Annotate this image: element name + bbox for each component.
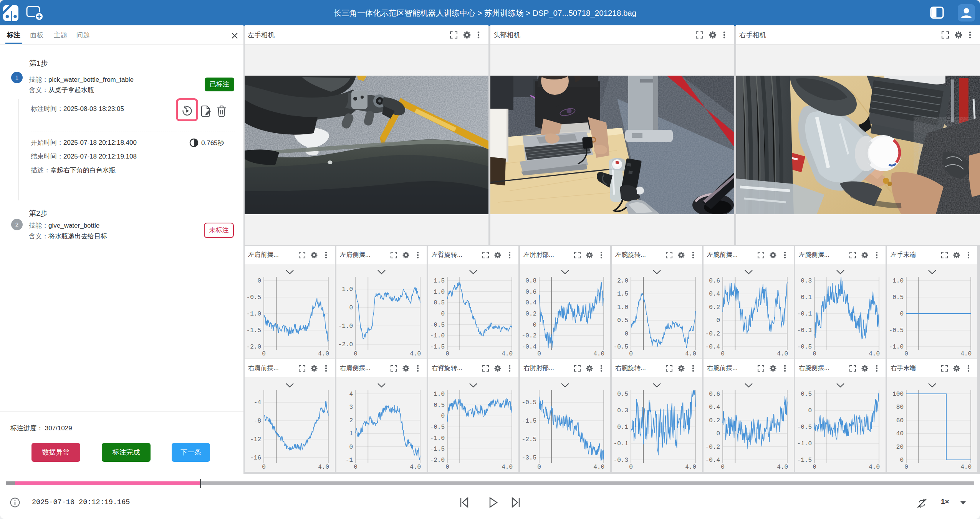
svg-text:-1.5: -1.5 — [797, 457, 812, 464]
svg-text:0.4: 0.4 — [709, 291, 720, 298]
svg-text:0: 0 — [445, 350, 449, 357]
svg-text:0.1: 0.1 — [617, 424, 628, 431]
svg-text:0: 0 — [900, 457, 904, 464]
svg-text:-0.5: -0.5 — [614, 344, 628, 350]
svg-text:-4: -4 — [254, 399, 261, 406]
svg-text:4.0: 4.0 — [410, 350, 421, 357]
svg-text:0.4: 0.4 — [709, 404, 720, 411]
svg-text:0: 0 — [721, 464, 725, 471]
svg-text:-1.5: -1.5 — [430, 446, 445, 453]
svg-text:-0.3: -0.3 — [614, 457, 628, 464]
svg-text:0: 0 — [900, 311, 904, 317]
svg-text:4.0: 4.0 — [777, 464, 788, 471]
svg-text:0: 0 — [721, 350, 725, 357]
svg-text:-8: -8 — [254, 418, 261, 425]
svg-text:0.5: 0.5 — [434, 299, 445, 306]
svg-text:-0.5: -0.5 — [522, 399, 536, 406]
svg-text:0: 0 — [445, 464, 449, 471]
svg-text:0.3: 0.3 — [617, 407, 628, 414]
svg-text:3: 3 — [349, 404, 353, 411]
svg-text:0: 0 — [629, 464, 633, 471]
svg-text:0: 0 — [537, 464, 541, 471]
svg-text:1.0: 1.0 — [892, 278, 904, 284]
svg-text:-1.0: -1.0 — [247, 311, 261, 317]
svg-text:-0.5: -0.5 — [247, 294, 261, 301]
svg-text:0: 0 — [629, 350, 633, 357]
svg-text:0.6: 0.6 — [709, 391, 720, 398]
svg-text:1.0: 1.0 — [434, 289, 445, 296]
svg-text:4.0: 4.0 — [777, 350, 788, 357]
svg-text:0: 0 — [537, 350, 541, 357]
svg-text:1.0: 1.0 — [434, 391, 445, 398]
svg-text:-0.5: -0.5 — [889, 327, 904, 334]
svg-text:0: 0 — [533, 322, 536, 329]
svg-text:0.5: 0.5 — [617, 391, 628, 398]
svg-text:0.6: 0.6 — [525, 289, 536, 296]
svg-text:-0.2: -0.2 — [705, 444, 720, 451]
svg-text:0.6: 0.6 — [709, 278, 720, 284]
svg-text:2: 2 — [349, 417, 353, 424]
svg-text:4.0: 4.0 — [685, 350, 696, 357]
svg-text:0: 0 — [441, 311, 445, 317]
svg-text:-0.5: -0.5 — [430, 322, 445, 329]
svg-text:-0.4: -0.4 — [705, 344, 720, 350]
svg-text:0: 0 — [813, 464, 816, 471]
svg-text:-2.0: -2.0 — [430, 457, 445, 464]
svg-text:0: 0 — [904, 464, 908, 471]
svg-text:80: 80 — [896, 404, 904, 411]
svg-text:40: 40 — [896, 430, 904, 437]
svg-text:-0.4: -0.4 — [705, 457, 720, 464]
svg-text:0.2: 0.2 — [525, 311, 536, 317]
svg-text:0: 0 — [349, 304, 353, 311]
svg-text:20: 20 — [896, 444, 904, 451]
svg-text:0: 0 — [716, 317, 720, 324]
svg-text:4.0: 4.0 — [318, 464, 329, 471]
svg-text:0.4: 0.4 — [525, 299, 536, 306]
svg-text:-2.0: -2.0 — [338, 341, 353, 348]
svg-text:0: 0 — [813, 350, 816, 357]
svg-text:1: 1 — [349, 430, 353, 437]
svg-text:4.0: 4.0 — [869, 350, 880, 357]
svg-text:4.0: 4.0 — [593, 350, 604, 357]
svg-text:0: 0 — [441, 413, 445, 420]
svg-text:1.5: 1.5 — [434, 278, 445, 284]
svg-text:-0.2: -0.2 — [522, 332, 536, 339]
svg-text:4.0: 4.0 — [960, 464, 972, 471]
svg-text:4.0: 4.0 — [410, 464, 421, 471]
svg-text:4.0: 4.0 — [869, 464, 880, 471]
svg-text:4.0: 4.0 — [960, 350, 972, 357]
svg-text:-1.0: -1.0 — [889, 344, 904, 350]
svg-text:0: 0 — [262, 350, 266, 357]
svg-text:-12: -12 — [250, 436, 261, 443]
svg-text:-0.5: -0.5 — [797, 344, 812, 350]
svg-text:-0.5: -0.5 — [797, 424, 812, 431]
svg-text:-1.5: -1.5 — [247, 327, 261, 334]
svg-text:0.5: 0.5 — [892, 294, 904, 301]
svg-text:0: 0 — [716, 430, 720, 437]
svg-text:0.5: 0.5 — [801, 391, 812, 398]
svg-text:0.2: 0.2 — [709, 417, 720, 424]
svg-text:-0.1: -0.1 — [614, 440, 628, 447]
svg-text:-1.0: -1.0 — [430, 435, 445, 442]
svg-text:0: 0 — [257, 278, 261, 284]
svg-text:4.0: 4.0 — [685, 464, 696, 471]
svg-text:0.3: 0.3 — [801, 278, 812, 284]
svg-text:0.2: 0.2 — [709, 304, 720, 311]
svg-text:60: 60 — [896, 417, 904, 424]
svg-text:-2.0: -2.0 — [247, 344, 261, 350]
svg-text:-1.5: -1.5 — [430, 344, 445, 350]
svg-text:0.5: 0.5 — [617, 317, 628, 324]
svg-text:4.0: 4.0 — [502, 350, 513, 357]
svg-text:-1.0: -1.0 — [797, 440, 812, 447]
svg-text:0: 0 — [904, 350, 908, 357]
svg-text:-0.1: -0.1 — [797, 311, 812, 317]
svg-text:0.1: 0.1 — [801, 294, 812, 301]
svg-text:-1.5: -1.5 — [522, 418, 536, 425]
svg-text:-0.3: -0.3 — [797, 327, 812, 334]
svg-text:-0.4: -0.4 — [522, 344, 536, 350]
svg-text:-1: -1 — [346, 457, 353, 464]
svg-text:-1.0: -1.0 — [338, 323, 353, 330]
svg-text:0: 0 — [354, 464, 358, 471]
svg-text:4.0: 4.0 — [502, 464, 513, 471]
svg-text:-0.2: -0.2 — [705, 331, 720, 337]
